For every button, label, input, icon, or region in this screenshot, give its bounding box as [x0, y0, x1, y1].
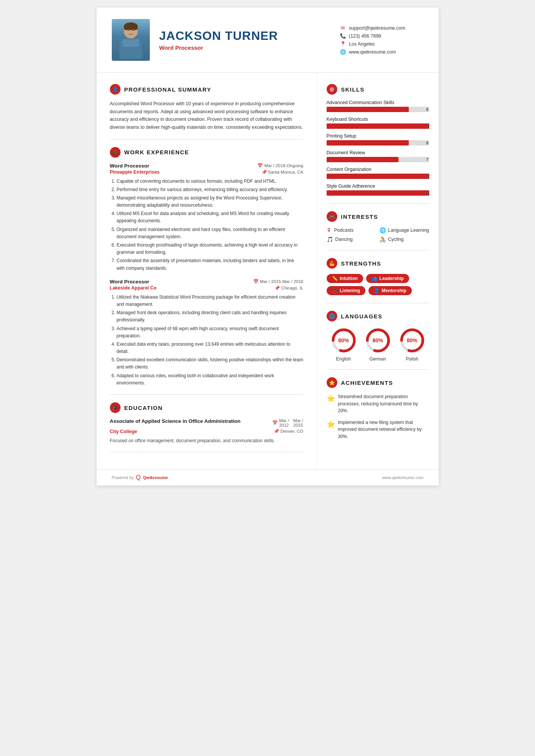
list-item: Utilized the Niakawa Statistical Word Pr… [117, 294, 303, 308]
work-icon: 💼 [110, 147, 121, 158]
strength-tag: 🎧Listening [327, 286, 365, 295]
strength-label: Intuition [340, 276, 358, 281]
languages-section-header: 🌐 LANGUAGES [327, 311, 429, 321]
list-item: Executed data entry tasks, processing ov… [117, 341, 303, 355]
calendar-icon-2: 📅 [253, 279, 259, 284]
job-2: Word Processor 📅 Mar / 2015-Mar / 2018 L… [110, 279, 303, 387]
job-1-header: Word Processor 📅 Mar / 2018-Ongoing [110, 163, 303, 169]
skill-bar-fill [327, 123, 429, 129]
skill-value: 7 [426, 157, 429, 162]
summary-icon: 👤 [110, 84, 121, 95]
skill-label: Content Organization [327, 167, 429, 172]
skill-bar-fill [327, 157, 398, 162]
interest-item: 🚴 Cycling [379, 236, 429, 242]
skill-item: Keyboard Shortcuts 10 [327, 117, 429, 129]
qwik-icon: Q [136, 474, 141, 481]
edu-degree: Associate of Applied Science in Office A… [110, 418, 241, 424]
skill-bar: 10 [327, 123, 429, 129]
job-2-title: Word Processor [110, 279, 149, 285]
edu-location: 📌 Denver, CO [274, 428, 303, 434]
lang-circle: 80% [364, 327, 392, 354]
achievement-text: Streamlined document preparation process… [338, 393, 429, 414]
skill-bar-fill [327, 174, 429, 179]
skill-value: 10 [424, 123, 428, 129]
strengths-wrap: ✏️Intuition👥Leadership🎧Listening👤Mentors… [327, 274, 429, 295]
contact-block: ✉ support@qwikresume.com 📞 (123) 456 789… [340, 25, 424, 55]
skill-bar-fill [327, 107, 409, 112]
skill-bar: 10 [327, 190, 429, 196]
skill-bar-fill [327, 190, 429, 196]
job-2-date: 📅 Mar / 2015-Mar / 2018 [253, 279, 303, 284]
skill-label: Style Guide Adherence [327, 183, 429, 189]
job-1-company: Pineapple Enterprises [110, 169, 160, 175]
summary-title: PROFESSIONAL SUMMARY [124, 86, 211, 93]
location-icon: 📍 [340, 41, 346, 47]
resume-page: JACKSON TURNER Word Processor ✉ support@… [97, 8, 439, 486]
pin-icon-1: 📌 [262, 169, 267, 175]
list-item: Demonstrated excellent communication ski… [117, 356, 303, 371]
interest-icon: 🌐 [379, 227, 386, 233]
languages-icon: 🌐 [327, 311, 337, 321]
job-1-title: Word Processor [110, 163, 149, 169]
language-item: 80% English [330, 327, 357, 362]
lang-name: English [336, 356, 351, 362]
achievement-item: ⭐ Implemented a new filing system that i… [327, 419, 429, 440]
edu-section-header: 🎓 EDUCATION [110, 402, 303, 413]
skill-item: Document Review 7 [327, 150, 429, 162]
skill-item: Advanced Communication Skills 8 [327, 100, 429, 112]
job-1-meta: Pineapple Enterprises 📌 Santa Monica, CA [110, 169, 303, 175]
right-column: 🎯 SKILLS Advanced Communication Skills 8… [317, 73, 439, 469]
candidate-title: Word Processor [159, 44, 340, 51]
list-item: Performed time entry for various attorne… [117, 186, 303, 193]
divider-1 [110, 139, 303, 139]
calendar-icon-1: 📅 [257, 163, 263, 168]
interest-icon: 🎙 [327, 227, 332, 233]
edu-icon: 🎓 [110, 402, 121, 413]
achievements-list: ⭐ Streamlined document preparation proce… [327, 393, 429, 440]
interest-label: Dancing [335, 237, 353, 242]
job-1-date: 📅 Mar / 2018-Ongoing [257, 163, 303, 168]
skill-label: Keyboard Shortcuts [327, 117, 429, 122]
contact-location: 📍 Los Angeles [340, 41, 424, 47]
job-2-bullets: Utilized the Niakawa Statistical Word Pr… [110, 294, 303, 387]
lang-circle: 80% [330, 327, 357, 354]
skill-item: Printing Setup 8 [327, 133, 429, 146]
divider-2 [110, 394, 303, 395]
web-icon: 🌐 [340, 49, 346, 55]
strength-tag: 👤Mentorship [368, 286, 412, 295]
job-2-location: 📌 Chicago, IL [275, 285, 303, 291]
divider-r3 [327, 303, 429, 303]
interest-icon: 🎵 [327, 236, 333, 242]
edu-dates: 📅 Mar /2012 Mar /2015 [272, 418, 303, 427]
achievements-icon: ⭐ [327, 377, 337, 388]
strength-label: Listening [340, 288, 360, 293]
achievement-item: ⭐ Streamlined document preparation proce… [327, 393, 429, 414]
edu-degree-row: Associate of Applied Science in Office A… [110, 418, 303, 427]
lang-pct: 80% [372, 337, 383, 343]
strength-icon: 🎧 [332, 288, 338, 293]
header-section: JACKSON TURNER Word Processor ✉ support@… [97, 8, 439, 73]
achievement-icon: ⭐ [327, 394, 335, 404]
lang-name: Polish [406, 356, 418, 362]
list-item: Organized and maintained electronic and … [117, 226, 303, 240]
powered-by-label: Powered by [112, 475, 134, 480]
qwikresume-link[interactable]: Qwikresume [143, 475, 168, 480]
divider-r2 [327, 250, 429, 250]
skill-bar: 8 [327, 107, 429, 112]
list-item: Managed front desk operations, including… [117, 309, 303, 324]
contact-email: ✉ support@qwikresume.com [340, 25, 424, 31]
work-title: WORK EXPERIENCE [124, 149, 189, 155]
skill-bar: 8 [327, 140, 429, 146]
job-2-company: Lakeside Apparel Co [110, 285, 157, 291]
interest-label: Cycling [388, 237, 404, 242]
job-1-bullets: Capable of converting documents to vario… [110, 178, 303, 272]
skills-title: SKILLS [341, 86, 365, 93]
lang-pct: 80% [406, 337, 417, 343]
job-2-header: Word Processor 📅 Mar / 2015-Mar / 2018 [110, 279, 303, 285]
pin-icon-2: 📌 [275, 285, 280, 291]
list-item: Adapted to various roles, excelling both… [117, 372, 303, 387]
main-content: 👤 PROFESSIONAL SUMMARY Accomplished Word… [97, 73, 439, 469]
skill-item: Content Organization 10 [327, 167, 429, 179]
list-item: Utilized MS Excel for data analysis and … [117, 210, 303, 225]
interests-icon: 🎮 [327, 211, 337, 222]
